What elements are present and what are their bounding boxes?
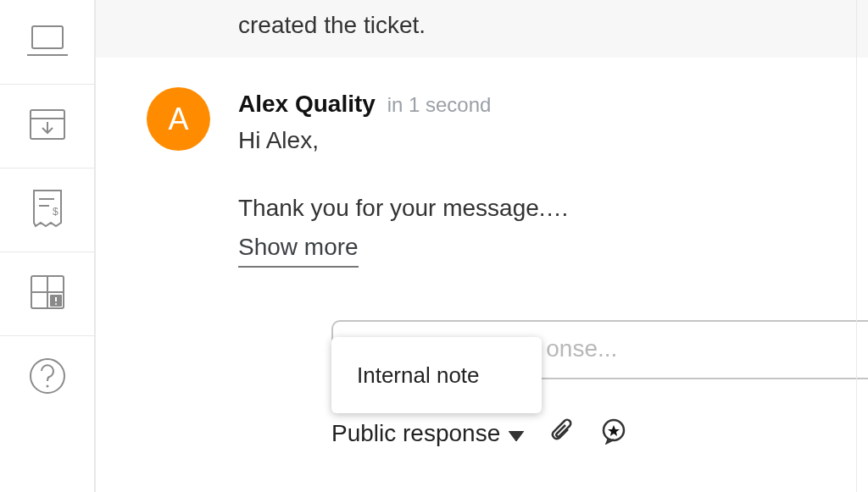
response-type-label: Public response [331,420,500,447]
sidebar: $ [0,0,95,492]
svg-rect-0 [32,26,63,48]
message-line: Thank you for your message.… [238,191,868,225]
sidebar-item-laptop[interactable] [0,0,94,84]
paperclip-icon [549,423,575,450]
reply-placeholder-fragment: onse... [546,335,617,362]
laptop-icon [25,21,70,64]
invoice-icon: $ [29,187,66,233]
sidebar-item-grid[interactable] [0,252,94,335]
chevron-down-icon [509,420,524,447]
message-entry: A Alex Quality in 1 second Hi Alex, Than… [96,87,868,268]
macro-button[interactable] [600,417,627,451]
star-bubble-icon [600,423,627,450]
svg-text:$: $ [53,206,58,218]
previous-event: A created the ticket. [96,0,868,58]
svg-point-15 [46,385,48,388]
help-icon [26,355,69,401]
dropdown-option-internal-note[interactable]: Internal note [357,337,516,413]
event-text: created the ticket. [238,12,426,38]
svg-point-14 [31,359,64,393]
message-header: Alex Quality in 1 second [238,87,868,122]
ticket-panel: A created the ticket. A Alex Quality in … [95,0,868,492]
author-name: Alex Quality [238,91,376,117]
message-line: Hi Alex, [238,124,868,158]
svg-marker-18 [608,425,620,436]
inbox-download-icon [25,105,70,147]
sidebar-item-invoice[interactable]: $ [0,168,94,252]
grid-alert-icon [26,271,69,317]
attach-file-button[interactable] [549,417,575,451]
sidebar-item-help[interactable] [0,335,94,419]
reply-toolbar: Public response [331,415,627,452]
svg-point-13 [55,303,57,305]
response-type-select[interactable]: Public response [331,420,524,447]
response-type-dropdown: Internal note [331,337,542,413]
show-more-link[interactable]: Show more [238,230,359,268]
scrollbar[interactable] [856,0,868,492]
timestamp: in 1 second [387,93,492,116]
sidebar-item-inbox[interactable] [0,84,94,168]
avatar: A [147,87,210,151]
svg-marker-16 [509,431,524,441]
